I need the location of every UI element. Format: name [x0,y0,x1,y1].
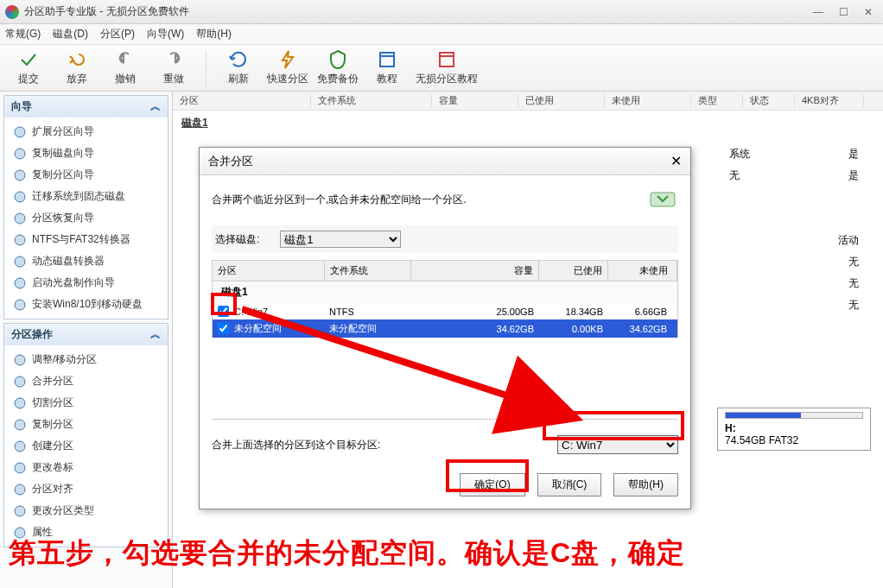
cell-used: 18.34GB [534,307,603,317]
nav-item[interactable]: 合并分区 [4,370,168,392]
nav-icon [13,375,27,389]
nav-item[interactable]: 分区对齐 [4,478,168,500]
partition-row[interactable]: 未分配空间未分配空间34.62GB0.00KB34.62GB [212,319,678,338]
nav-icon [13,461,27,475]
svg-point-13 [15,441,25,452]
menu-item[interactable]: 向导(W) [147,27,184,41]
main-header-cell[interactable]: 已使用 [518,94,605,107]
cancel-button[interactable]: 取消(C) [537,473,602,496]
wizard-items: 扩展分区向导复制磁盘向导复制分区向导迁移系统到固态磁盘分区恢复向导NTFS与FA… [4,117,168,319]
toolbar-undo-all[interactable]: 放弃 [57,49,97,86]
main-header-cell[interactable]: 文件系统 [311,94,432,107]
toolbar-label: 快速分区 [267,72,308,86]
nav-item[interactable]: NTFS与FAT32转换器 [4,229,168,250]
nav-item[interactable]: 创建分区 [4,435,168,457]
ops-panel-header[interactable]: 分区操作 ︽ [4,324,168,345]
wizard-panel-header[interactable]: 向导 ︽ [4,96,168,117]
cell-used: 0.00KB [534,324,603,334]
toolbar-label: 放弃 [67,72,87,86]
disk-label[interactable]: 磁盘1 [173,111,883,136]
nav-label: 分区恢复向导 [32,211,94,225]
drive-h-box[interactable]: H: 74.54GB FAT32 [717,408,871,451]
col-fs: 文件系统 [325,261,411,281]
nav-item[interactable]: 迁移系统到固态磁盘 [4,186,168,207]
dialog-description: 合并两个临近分区到一个,或合并未分配空间给一个分区. [212,193,467,207]
main-header-cell[interactable]: 4KB对齐 [795,94,864,107]
bolt-icon [277,49,298,70]
close-icon[interactable]: ✕ [864,6,873,18]
book2-icon [436,49,457,70]
target-label: 合并上面选择的分区到这个目标分区: [212,438,547,452]
nav-item[interactable]: 扩展分区向导 [4,121,168,142]
col-cap: 容量 [411,261,539,281]
svg-point-15 [15,484,25,495]
nav-item[interactable]: 安装Win8/10到移动硬盘 [4,294,168,315]
wizard-panel: 向导 ︽ 扩展分区向导复制磁盘向导复制分区向导迁移系统到固态磁盘分区恢复向导NT… [3,95,168,319]
select-disk-dropdown[interactable]: 磁盘1 [280,231,401,248]
nav-item[interactable]: 复制分区向导 [4,164,168,186]
nav-item[interactable]: 复制磁盘向导 [4,142,168,164]
toolbar-book[interactable]: 教程 [367,49,407,86]
main-header-cell[interactable]: 容量 [432,94,518,107]
main-header-cell[interactable]: 状态 [743,94,795,107]
nav-icon [13,190,27,204]
nav-item[interactable]: 分区恢复向导 [4,207,168,229]
menu-item[interactable]: 分区(P) [100,27,135,41]
toolbar-check[interactable]: 提交 [9,49,48,86]
main-header-cell[interactable]: 未使用 [605,94,691,107]
nav-icon [13,298,27,312]
nav-item[interactable]: 启动光盘制作向导 [4,272,168,294]
col-used: 已使用 [539,261,608,281]
main-header-cell[interactable]: 分区 [173,94,311,107]
ok-button[interactable]: 确定(O) [460,473,524,496]
maximize-icon[interactable]: ☐ [839,6,848,18]
target-dropdown[interactable]: C: Win7 [557,435,678,454]
svg-point-10 [15,376,25,387]
main-header-cell[interactable]: 类型 [691,94,743,107]
svg-point-6 [15,256,25,267]
cell-fs: NTFS [329,307,416,317]
toolbar-refresh[interactable]: 刷新 [219,49,258,86]
svg-point-3 [15,192,25,202]
nav-label: 调整/移动分区 [32,352,97,367]
toolbar-undo[interactable]: 撤销 [105,49,145,86]
nav-item[interactable]: 更改卷标 [4,457,168,478]
nav-item[interactable]: 复制分区 [4,414,168,435]
dialog-close-icon[interactable]: ✕ [670,153,682,169]
nav-item[interactable]: 调整/移动分区 [4,349,168,370]
nav-icon [13,483,27,496]
help-button[interactable]: 帮助(H) [613,473,678,496]
nav-icon [13,255,27,269]
nav-icon [13,504,27,518]
info-cell: 活动 [838,233,859,248]
info-cell: 是 [848,168,859,183]
svg-point-2 [15,170,25,180]
col-partition: 分区 [213,261,325,281]
collapse-icon[interactable]: ︽ [150,99,161,114]
nav-item[interactable]: 更改分区类型 [4,500,168,522]
nav-icon [13,396,27,410]
nav-item[interactable]: 动态磁盘转换器 [4,250,168,272]
info-cell: 无 [848,298,859,313]
minimize-icon[interactable]: — [813,6,823,18]
nav-label: 创建分区 [32,439,73,453]
row-checkbox[interactable] [218,306,229,317]
toolbar-redo[interactable]: 重做 [154,49,194,86]
menu-item[interactable]: 帮助(H) [196,27,232,41]
partition-row[interactable]: C: Win7NTFS25.00GB18.34GB6.66GB [212,303,678,319]
cell-free: 34.62GB [603,324,672,334]
collapse-icon[interactable]: ︽ [150,327,161,342]
toolbar-book2[interactable]: 无损分区教程 [416,49,478,86]
svg-point-7 [15,278,25,288]
nav-label: 迁移系统到固态磁盘 [32,189,125,204]
row-checkbox[interactable] [218,323,229,334]
toolbar-shield[interactable]: 免费备份 [317,49,359,86]
nav-item[interactable]: 切割分区 [4,392,168,414]
svg-point-4 [15,213,25,224]
menu-item[interactable]: 常规(G) [5,27,41,41]
ops-items: 调整/移动分区合并分区切割分区复制分区创建分区更改卷标分区对齐更改分区类型属性 [4,345,168,547]
nav-label: 分区对齐 [32,482,73,496]
right-info: 系统是 无是 活动 无 无 无 H: 74.54GB FAT32 [712,143,876,456]
toolbar-bolt[interactable]: 快速分区 [267,49,308,86]
menu-item[interactable]: 磁盘(D) [53,27,88,41]
